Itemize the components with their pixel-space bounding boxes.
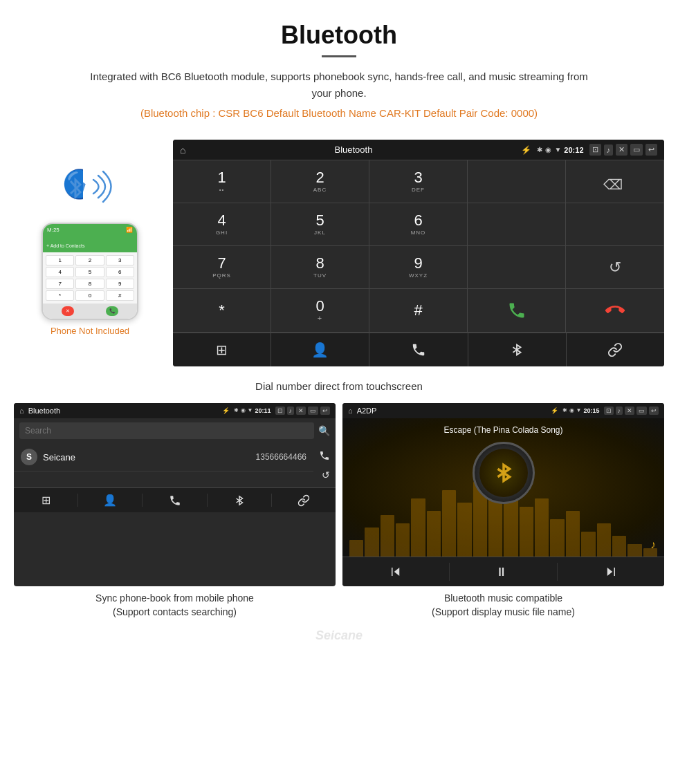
phone-add-contact-bar: + Add to Contacts <box>43 236 137 252</box>
pb-bt-btn[interactable] <box>208 494 272 507</box>
album-art-inner <box>479 449 528 497</box>
music-home-icon[interactable]: ⌂ <box>348 407 353 415</box>
key-main-1: 1 <box>217 170 226 185</box>
pb-x-icon[interactable]: ✕ <box>296 407 306 415</box>
window-icon[interactable]: ▭ <box>630 144 643 156</box>
phone-key-9: 9 <box>106 279 134 289</box>
dialer-call-btn[interactable] <box>468 289 566 333</box>
music-caption: Bluetooth music compatible (Support disp… <box>342 586 664 622</box>
phone-key-star: * <box>46 290 74 301</box>
link-btn[interactable] <box>567 333 664 366</box>
music-caption-line1: Bluetooth music compatible <box>444 592 562 604</box>
bt-logo-icon <box>66 174 85 203</box>
dialer-key-8[interactable]: 8 TUV <box>271 246 369 289</box>
music-top-bar: ⌂ A2DP ⚡ ✱ ◉ ▼ 20:15 ⊡ ♪ ✕ ▭ ↩ <box>342 403 664 418</box>
pb-home-icon[interactable]: ⌂ <box>19 407 24 415</box>
phone-key-4: 4 <box>46 267 74 277</box>
key-main-4: 4 <box>217 213 226 228</box>
next-icon <box>605 566 617 578</box>
dialpad-view-btn[interactable]: ⊞ <box>173 333 271 366</box>
phone-key-3: 3 <box>106 255 134 265</box>
key-main-2: 2 <box>315 170 324 185</box>
volume-icon[interactable]: ♪ <box>604 144 614 156</box>
svg-marker-1 <box>394 568 400 576</box>
home-icon[interactable]: ⌂ <box>180 144 185 156</box>
pb-call-log-btn[interactable] <box>143 494 207 507</box>
pb-back-icon[interactable]: ↩ <box>320 407 330 415</box>
pb-win-icon[interactable]: ▭ <box>308 407 318 415</box>
phone-not-included-label: Phone Not Included <box>51 326 129 336</box>
back-icon[interactable]: ↩ <box>645 144 657 156</box>
pb-top-bar: ⌂ Bluetooth ⚡ ✱ ◉ ▼ 20:11 ⊡ ♪ ✕ ▭ ↩ <box>14 403 336 418</box>
call-log-btn[interactable] <box>369 333 468 366</box>
page-header: Bluetooth Integrated with BC6 Bluetooth … <box>0 0 678 140</box>
pb-bottom-bar: ⊞ 👤 <box>14 487 336 512</box>
pb-action-icons: ↺ <box>313 443 336 487</box>
phonebook-container: ⌂ Bluetooth ⚡ ✱ ◉ ▼ 20:11 ⊡ ♪ ✕ ▭ ↩ <box>14 403 336 622</box>
music-cam-icon[interactable]: ⊡ <box>604 407 614 415</box>
key-main-3: 3 <box>414 170 422 185</box>
music-right-icons: ⊡ ♪ ✕ ▭ ↩ <box>604 407 659 415</box>
prev-btn[interactable] <box>342 563 450 581</box>
search-icon[interactable]: 🔍 <box>318 425 330 436</box>
pb-call-icon[interactable] <box>319 450 330 461</box>
search-input[interactable] <box>19 422 314 439</box>
key-sub-9: WXYZ <box>409 272 428 279</box>
dialer-end-btn[interactable] <box>566 289 664 333</box>
bt-specs: (Bluetooth chip : CSR BC6 Default Blueto… <box>14 107 664 119</box>
pb-link-btn[interactable] <box>272 494 336 507</box>
phone-section: ⬠ 🔵 M:25 📶 <box>14 140 166 366</box>
dialer-empty-2a <box>468 203 566 246</box>
pb-cam-icon[interactable]: ⊡ <box>275 407 285 415</box>
contact-name: Seicane <box>43 452 250 463</box>
music-container: ⌂ A2DP ⚡ ✱ ◉ ▼ 20:15 ⊡ ♪ ✕ ▭ ↩ <box>342 403 664 622</box>
pb-vol-icon[interactable]: ♪ <box>287 407 295 415</box>
dialer-key-4[interactable]: 4 GHI <box>173 203 271 246</box>
phone-bottom-bar: ✕ 📞 <box>43 304 137 319</box>
next-btn[interactable] <box>558 563 664 581</box>
key-main-hash: # <box>414 303 422 318</box>
pb-dialpad-btn[interactable]: ⊞ <box>14 494 78 507</box>
dialer-key-0[interactable]: 0 + <box>271 289 369 333</box>
dialer-key-5[interactable]: 5 JKL <box>271 203 369 246</box>
camera-icon[interactable]: ⊡ <box>589 144 601 156</box>
music-content-area: Escape (The Pina Colada Song) ♪ <box>342 418 664 557</box>
dialer-redial-btn[interactable]: ↺ <box>566 246 664 289</box>
contact-row[interactable]: S Seicane 13566664466 <box>14 443 313 472</box>
key-sub-4: GHI <box>216 230 228 236</box>
pb-status-icons: ✱ ◉ ▼ 20:11 <box>234 407 271 414</box>
key-main-9: 9 <box>414 256 422 271</box>
contacts-view-btn[interactable]: 👤 <box>271 333 369 366</box>
dialer-key-2[interactable]: 2 ABC <box>271 160 369 203</box>
dialer-key-9[interactable]: 9 WXYZ <box>369 246 468 289</box>
phonebook-caption: Sync phone-book from mobile phone (Suppo… <box>14 586 336 622</box>
album-art <box>473 442 535 504</box>
pb-refresh-icon[interactable]: ↺ <box>322 469 330 480</box>
bt-btn[interactable] <box>468 333 567 366</box>
dialer-key-1[interactable]: 1 •• <box>173 160 271 203</box>
music-x-icon[interactable]: ✕ <box>625 407 634 415</box>
play-pause-btn[interactable] <box>450 563 557 581</box>
dialer-key-7[interactable]: 7 PQRS <box>173 246 271 289</box>
bottom-screenshots: ⌂ Bluetooth ⚡ ✱ ◉ ▼ 20:11 ⊡ ♪ ✕ ▭ ↩ <box>0 403 678 622</box>
close-icon[interactable]: ✕ <box>616 144 627 156</box>
music-vol-icon[interactable]: ♪ <box>616 407 623 415</box>
music-loc-icon: ◉ <box>569 407 574 414</box>
dialer-key-hash[interactable]: # <box>369 289 468 333</box>
pb-bt-icon: ✱ <box>234 407 239 414</box>
signal-waves-icon <box>90 167 118 205</box>
redial-icon: ↺ <box>609 259 621 277</box>
pb-link-icon <box>297 494 310 507</box>
pb-contacts-btn[interactable]: 👤 <box>78 494 143 507</box>
phone-end-call-btn: ✕ <box>62 306 74 316</box>
key-main-star: * <box>219 303 225 318</box>
music-win-icon[interactable]: ▭ <box>636 407 647 415</box>
dialer-key-star[interactable]: * <box>173 289 271 333</box>
dialer-delete-btn[interactable]: ⌫ <box>566 160 664 203</box>
dialer-key-6[interactable]: 6 MNO <box>369 203 468 246</box>
key-sub-6: MNO <box>411 230 426 236</box>
dialer-key-3[interactable]: 3 DEF <box>369 160 468 203</box>
music-back-icon[interactable]: ↩ <box>649 407 659 415</box>
music-bt-logo-icon <box>492 461 515 485</box>
key-main-5: 5 <box>315 213 324 228</box>
